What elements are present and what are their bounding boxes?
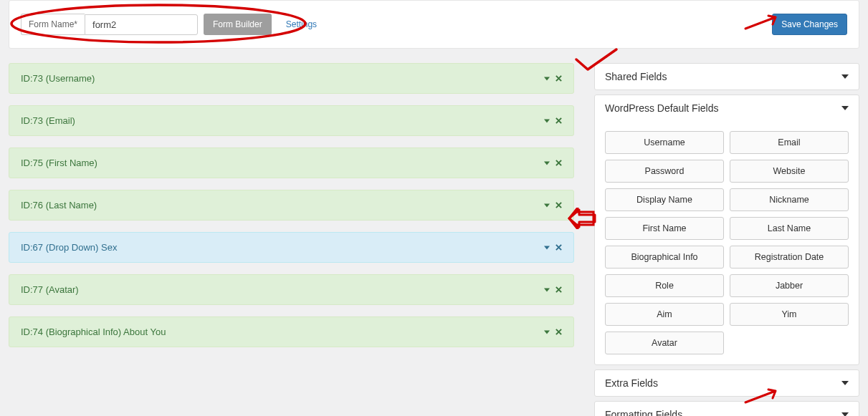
form-builder-button[interactable]: Form Builder [204,14,272,35]
panel-extra-fields: Extra Fields [594,369,859,397]
available-field-button[interactable]: Username [605,131,724,154]
chevron-down-icon [841,105,849,112]
selected-fields-column: ID:73 (Username)ID:73 (Email)ID:75 (Firs… [9,63,574,416]
field-card[interactable]: ID:73 (Email) [9,105,574,136]
panel-title: Shared Fields [605,71,667,82]
field-label: ID:77 (Avatar) [21,284,79,295]
available-field-button[interactable]: Registration Date [730,246,849,269]
close-icon[interactable] [555,244,562,251]
caret-down-icon[interactable] [544,287,550,293]
field-label: ID:73 (Email) [21,115,75,126]
available-field-button[interactable]: Nickname [730,188,849,211]
available-field-button[interactable]: Email [730,131,849,154]
available-field-button[interactable]: Website [730,160,849,183]
panel-wp-default: WordPress Default Fields UsernameEmailPa… [594,95,859,365]
field-card[interactable]: ID:77 (Avatar) [9,274,574,305]
field-card[interactable]: ID:75 (First Name) [9,147,574,178]
caret-down-icon[interactable] [544,160,550,166]
panel-title: Extra Fields [605,377,658,389]
field-label: ID:74 (Biographical Info) About You [21,326,166,337]
field-label: ID:75 (First Name) [21,158,97,168]
close-icon[interactable] [555,286,562,293]
available-field-button[interactable]: First Name [605,217,724,240]
panel-head-wp-default[interactable]: WordPress Default Fields [595,95,859,121]
available-field-button[interactable]: Aim [605,303,724,326]
panel-title: Formatting Fields [605,409,682,416]
chevron-down-icon [841,411,849,416]
field-card[interactable]: ID:67 (Drop Down) Sex [9,232,574,263]
panel-shared-fields: Shared Fields [594,63,859,90]
panel-head-formatting[interactable]: Formatting Fields [595,402,859,416]
caret-down-icon[interactable] [544,245,550,251]
chevron-down-icon [841,73,849,80]
settings-link[interactable]: Settings [277,14,325,34]
close-icon[interactable] [555,202,562,208]
close-icon[interactable] [555,160,562,166]
panel-body-wp-default: UsernameEmailPasswordWebsiteDisplay Name… [595,121,859,364]
field-card[interactable]: ID:73 (Username) [9,63,574,94]
close-icon[interactable] [555,117,562,124]
available-field-button[interactable]: Yim [730,303,849,326]
available-field-button[interactable]: Biographical Info [605,246,724,269]
close-icon[interactable] [555,75,562,82]
caret-down-icon[interactable] [544,203,550,208]
available-field-button[interactable]: Role [605,274,724,297]
panel-title: WordPress Default Fields [605,102,718,114]
caret-down-icon[interactable] [544,76,550,82]
form-name-input[interactable] [85,14,198,35]
field-card[interactable]: ID:76 (Last Name) [9,190,574,221]
save-changes-button-top[interactable]: Save Changes [772,14,847,35]
panel-head-shared[interactable]: Shared Fields [595,64,859,90]
available-field-button[interactable]: Jabber [730,274,849,297]
form-name-label: Form Name* [21,14,85,35]
caret-down-icon[interactable] [544,118,550,124]
chevron-down-icon [841,379,849,387]
field-label: ID:73 (Username) [21,73,95,84]
close-icon[interactable] [555,329,562,335]
topbar-panel: Form Name* Form Builder Settings Save Ch… [9,0,859,49]
field-card[interactable]: ID:74 (Biographical Info) About You [9,316,574,347]
caret-down-icon[interactable] [544,329,550,335]
available-field-button[interactable]: Avatar [605,332,724,354]
field-label: ID:76 (Last Name) [21,200,97,211]
available-field-button[interactable]: Last Name [730,217,849,240]
panel-formatting-fields: Formatting Fields [594,401,859,416]
field-label: ID:67 (Drop Down) Sex [21,242,117,253]
available-field-button[interactable]: Display Name [605,188,724,211]
available-fields-column: Shared Fields WordPress Default Fields U… [594,63,859,416]
panel-head-extra[interactable]: Extra Fields [595,370,859,396]
available-field-button[interactable]: Password [605,160,724,183]
